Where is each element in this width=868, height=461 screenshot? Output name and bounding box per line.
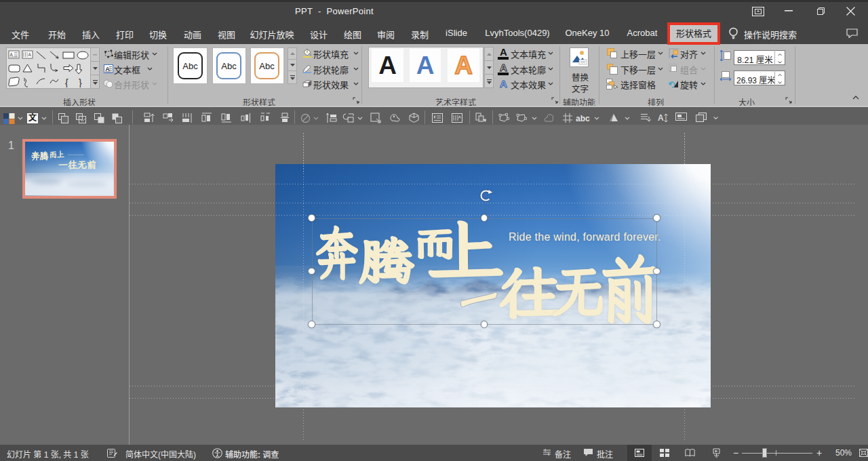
svg-text:A: A [105,66,110,73]
svg-text:A: A [28,52,32,57]
svg-text:{: { [65,77,68,87]
svg-text:}: } [79,77,82,87]
svg-text:A: A [10,52,14,57]
svg-text:A: A [658,113,664,123]
